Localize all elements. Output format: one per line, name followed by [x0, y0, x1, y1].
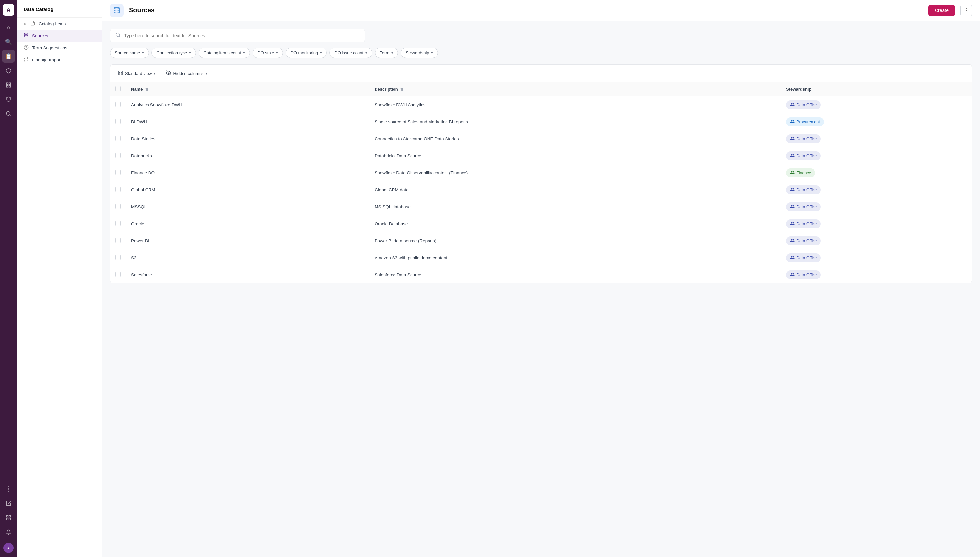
row-stewardship: Data Office	[781, 130, 972, 147]
row-name: BI DWH	[126, 113, 369, 130]
stewardship-column-header[interactable]: Stewardship	[781, 82, 972, 96]
chevron-down-icon: ▾	[320, 50, 322, 55]
sources-table: Name ⇅ Description ⇅ Stewardship	[110, 82, 972, 283]
filter-source-name[interactable]: Source name ▾	[110, 48, 149, 58]
sidebar-sources-label: Sources	[32, 33, 48, 38]
filter-do-state[interactable]: DO state ▾	[253, 48, 283, 58]
nav-catalog-icon[interactable]: 📋	[2, 50, 15, 63]
search-input[interactable]	[124, 33, 359, 38]
row-checkbox-cell	[110, 181, 126, 199]
term-suggestions-icon	[24, 45, 29, 51]
filters-row: Source name ▾ Connection type ▾ Catalog …	[110, 48, 972, 58]
nav-integrations-icon[interactable]	[2, 511, 15, 524]
standard-view-label: Standard view	[125, 71, 152, 76]
filter-do-issue-count[interactable]: DO issue count ▾	[329, 48, 372, 58]
description-column-header[interactable]: Description ⇅	[369, 82, 781, 96]
table-row[interactable]: BI DWH Single source of Sales and Market…	[110, 113, 972, 130]
select-all-header[interactable]	[110, 82, 126, 96]
row-checkbox-cell	[110, 96, 126, 113]
row-stewardship: Data Office	[781, 249, 972, 266]
row-checkbox-cell	[110, 130, 126, 147]
more-options-button[interactable]: ⋮	[960, 5, 972, 16]
row-checkbox[interactable]	[116, 204, 121, 209]
table-row[interactable]: Salesforce Salesforce Data Source Data O…	[110, 266, 972, 283]
row-description: Salesforce Data Source	[369, 266, 781, 283]
select-all-checkbox[interactable]	[116, 86, 121, 91]
table-row[interactable]: Databricks Databricks Data Source Data O…	[110, 147, 972, 164]
stewardship-icon	[790, 153, 795, 158]
sidebar-item-term-suggestions[interactable]: Term Suggestions	[17, 42, 102, 54]
row-checkbox[interactable]	[116, 169, 121, 175]
page-title: Sources	[129, 7, 923, 14]
stewardship-badge: Data Office	[786, 270, 821, 279]
stewardship-badge: Data Office	[786, 134, 821, 143]
row-name: S3	[126, 249, 369, 266]
create-button[interactable]: Create	[928, 5, 955, 16]
nav-search-icon[interactable]: 🔍	[2, 35, 15, 48]
svg-line-6	[10, 115, 10, 116]
nav-home-icon[interactable]: ⌂	[2, 21, 15, 34]
sidebar-item-sources[interactable]: Sources	[17, 30, 102, 42]
table-row[interactable]: Analytics Snowflake DWH Snowflake DWH An…	[110, 96, 972, 113]
filter-do-monitoring[interactable]: DO monitoring ▾	[286, 48, 327, 58]
sidebar-item-lineage-import[interactable]: Lineage Import	[17, 54, 102, 66]
nav-tasks-icon[interactable]	[2, 497, 15, 510]
row-checkbox[interactable]	[116, 187, 121, 192]
row-description: Oracle Database	[369, 215, 781, 233]
svg-point-16	[116, 33, 120, 37]
icon-rail: A ⌂ 🔍 📋 A	[0, 0, 17, 557]
row-checkbox[interactable]	[116, 102, 121, 107]
stewardship-icon	[790, 255, 795, 261]
row-checkbox[interactable]	[116, 255, 121, 260]
row-checkbox[interactable]	[116, 221, 121, 226]
filter-term[interactable]: Term ▾	[375, 48, 398, 58]
row-name: MSSQL	[126, 199, 369, 215]
filter-do-state-label: DO state	[257, 50, 274, 55]
row-name: Power BI	[126, 233, 369, 249]
row-checkbox[interactable]	[116, 119, 121, 124]
row-description: Snowflake Data Observability content (Fi…	[369, 164, 781, 181]
hidden-columns-button[interactable]: Hidden columns ▾	[163, 68, 210, 78]
stewardship-icon	[790, 272, 795, 277]
filter-catalog-items-count[interactable]: Catalog items count ▾	[199, 48, 250, 58]
row-stewardship: Data Office	[781, 181, 972, 199]
stewardship-icon	[790, 187, 795, 192]
table-row[interactable]: Finance DO Snowflake Data Observability …	[110, 164, 972, 181]
table-row[interactable]: Global CRM Global CRM data Data Office	[110, 181, 972, 199]
stewardship-badge: Data Office	[786, 219, 821, 228]
row-checkbox[interactable]	[116, 238, 121, 243]
table-row[interactable]: Oracle Oracle Database Data Office	[110, 215, 972, 233]
row-checkbox[interactable]	[116, 272, 121, 277]
row-checkbox-cell	[110, 266, 126, 283]
nav-notifications-icon[interactable]	[2, 526, 15, 539]
nav-query-icon[interactable]	[2, 107, 15, 120]
table-toolbar: Standard view ▾ Hidden columns ▾	[110, 65, 972, 82]
nav-settings-icon[interactable]	[2, 482, 15, 495]
content-area: Source name ▾ Connection type ▾ Catalog …	[102, 21, 980, 557]
table-row[interactable]: S3 Amazon S3 with public demo content Da…	[110, 249, 972, 266]
sidebar-term-suggestions-label: Term Suggestions	[32, 46, 67, 50]
app-logo[interactable]: A	[3, 4, 15, 16]
filter-connection-type[interactable]: Connection type ▾	[152, 48, 196, 58]
table-row[interactable]: Data Stories Connection to Ataccama ONE …	[110, 130, 972, 147]
row-checkbox[interactable]	[116, 136, 121, 141]
nav-analytics-icon[interactable]	[2, 78, 15, 91]
row-name: Analytics Snowflake DWH	[126, 96, 369, 113]
row-stewardship: Data Office	[781, 96, 972, 113]
table-row[interactable]: Power BI Power BI data source (Reports) …	[110, 233, 972, 249]
standard-view-button[interactable]: Standard view ▾	[116, 68, 158, 78]
sidebar-item-catalog-items[interactable]: ▶ Catalog Items	[17, 18, 102, 30]
table-view-icon	[118, 70, 123, 76]
table-row[interactable]: MSSQL MS SQL database Data Office	[110, 199, 972, 215]
row-checkbox[interactable]	[116, 153, 121, 158]
svg-marker-0	[6, 68, 11, 73]
nav-data-icon[interactable]	[2, 64, 15, 77]
svg-point-5	[6, 111, 10, 116]
nav-shield-icon[interactable]	[2, 93, 15, 106]
name-column-header[interactable]: Name ⇅	[126, 82, 369, 96]
stewardship-icon	[790, 102, 795, 107]
row-description: MS SQL database	[369, 199, 781, 215]
filter-stewardship[interactable]: Stewardship ▾	[401, 48, 438, 58]
user-avatar[interactable]: A	[3, 542, 14, 553]
hidden-chevron-icon: ▾	[206, 71, 208, 75]
